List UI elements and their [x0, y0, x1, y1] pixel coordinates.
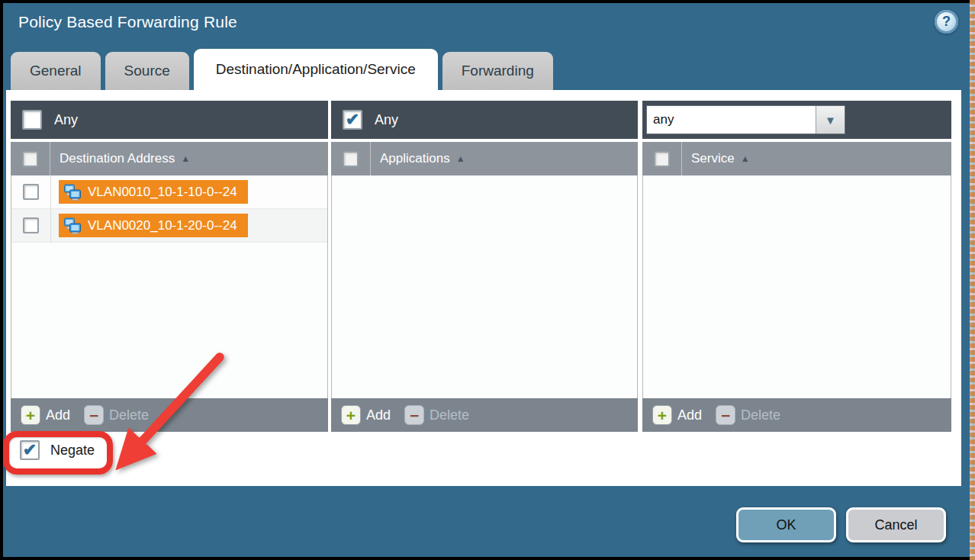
plus-icon: + [21, 405, 40, 425]
row-checkbox-cell [11, 175, 51, 208]
network-address-icon [63, 217, 82, 234]
service-column: any ▼ Service ▲ + Add [642, 101, 951, 432]
question-mark-glyph: ? [942, 14, 951, 30]
tab-destination-application-service[interactable]: Destination/Application/Service [194, 49, 438, 90]
cancel-button[interactable]: Cancel [846, 507, 946, 542]
applications-any-label: Any [375, 112, 398, 128]
add-button-label: Add [46, 407, 70, 423]
applications-list [331, 175, 638, 398]
destination-address-column: Any Destination Address ▲ [11, 101, 328, 432]
row-checkbox[interactable] [23, 217, 39, 233]
destination-column-header: Destination Address [60, 151, 175, 166]
service-column-header: Service [691, 151, 735, 166]
header-checkbox-cell [642, 142, 682, 175]
help-icon[interactable]: ? [935, 10, 958, 34]
sort-asc-icon[interactable]: ▲ [456, 153, 465, 164]
negate-label: Negate [50, 443, 95, 459]
chevron-down-icon: ▼ [825, 114, 836, 127]
delete-button[interactable]: − Delete [716, 405, 780, 425]
address-object-label: VLAN0020_10-1-20-0--24 [88, 218, 237, 233]
dialog-title: Policy Based Forwarding Rule [18, 13, 237, 31]
destination-any-label: Any [54, 112, 78, 128]
tab-bar: General Source Destination/Application/S… [11, 49, 553, 90]
network-address-icon [63, 184, 82, 201]
applications-select-all-checkbox[interactable] [343, 151, 359, 167]
add-button-label: Add [677, 407, 702, 423]
ok-button[interactable]: OK [736, 507, 836, 542]
address-object-chip[interactable]: VLAN0010_10-1-10-0--24 [59, 180, 248, 204]
tab-general[interactable]: General [11, 52, 101, 90]
dropdown-arrow-button[interactable]: ▼ [816, 106, 845, 134]
add-button[interactable]: + Add [21, 405, 70, 425]
minus-icon: − [716, 405, 735, 425]
tab-forwarding[interactable]: Forwarding [442, 52, 553, 90]
row-checkbox-cell [11, 209, 51, 242]
service-dropdown[interactable]: any ▼ [647, 106, 845, 134]
service-header-row: Service ▲ [642, 142, 951, 175]
list-item[interactable]: VLAN0020_10-1-20-0--24 [11, 209, 327, 243]
applications-header-row: Applications ▲ [331, 142, 638, 175]
negate-checkbox[interactable]: ✔ [20, 440, 40, 460]
delete-button-label: Delete [430, 407, 469, 423]
minus-icon: − [84, 405, 104, 425]
destination-select-all-checkbox[interactable] [22, 151, 38, 167]
applications-column: ✔ Any Applications ▲ + Add − Delete [331, 101, 638, 432]
service-select-all-checkbox[interactable] [654, 151, 670, 167]
applications-any-bar: ✔ Any [331, 101, 638, 139]
plus-icon: + [341, 405, 361, 425]
negate-row: ✔ Negate [20, 440, 95, 460]
header-checkbox-cell [11, 142, 50, 175]
applications-column-header: Applications [380, 151, 450, 166]
service-dropdown-value: any [647, 106, 816, 134]
pbf-rule-dialog: Policy Based Forwarding Rule ? General S… [0, 0, 975, 560]
minus-icon: − [404, 405, 424, 425]
tab-source[interactable]: Source [105, 52, 189, 90]
plus-icon: + [652, 405, 672, 425]
applications-any-checkbox[interactable]: ✔ [343, 110, 362, 130]
destination-any-checkbox[interactable] [22, 110, 42, 130]
add-button-label: Add [366, 407, 391, 423]
destination-list: VLAN0010_10-1-10-0--24 [11, 175, 328, 398]
service-dropdown-bar: any ▼ [642, 101, 951, 139]
delete-button[interactable]: − Delete [404, 405, 469, 425]
address-object-chip[interactable]: VLAN0020_10-1-20-0--24 [59, 214, 248, 237]
sort-asc-icon[interactable]: ▲ [741, 153, 750, 164]
tab-content-panel: Any Destination Address ▲ [6, 90, 961, 486]
address-object-label: VLAN0010_10-1-10-0--24 [88, 185, 237, 200]
screenshot-edge-artifact [970, 0, 975, 560]
applications-toolbar: + Add − Delete [331, 398, 638, 432]
row-checkbox[interactable] [23, 184, 39, 200]
add-button[interactable]: + Add [652, 405, 702, 425]
destination-toolbar: + Add − Delete [11, 398, 328, 432]
service-list [642, 175, 951, 398]
list-item[interactable]: VLAN0010_10-1-10-0--24 [11, 175, 327, 209]
header-checkbox-cell [331, 142, 371, 175]
check-glyph: ✔ [23, 442, 37, 459]
service-toolbar: + Add − Delete [642, 398, 951, 432]
sort-asc-icon[interactable]: ▲ [181, 153, 190, 164]
delete-button[interactable]: − Delete [84, 405, 149, 425]
destination-header-row: Destination Address ▲ [11, 142, 328, 175]
delete-button-label: Delete [109, 407, 149, 423]
check-glyph: ✔ [346, 111, 359, 128]
add-button[interactable]: + Add [341, 405, 391, 425]
destination-any-bar: Any [11, 101, 328, 139]
delete-button-label: Delete [741, 407, 780, 423]
